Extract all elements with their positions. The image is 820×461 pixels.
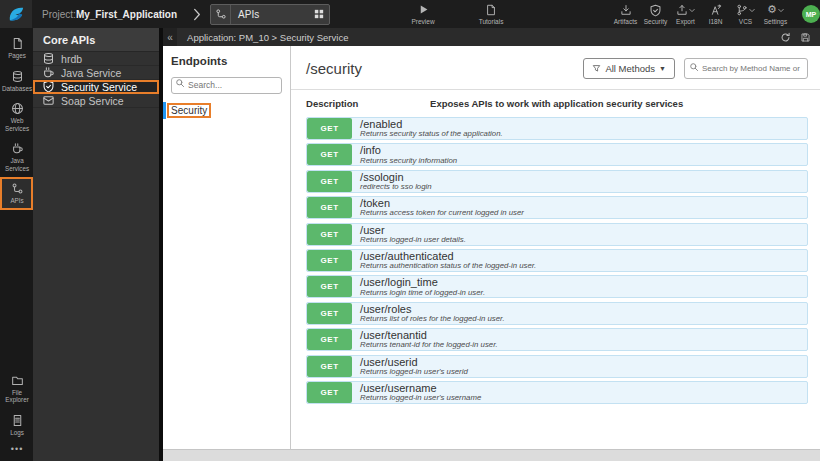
description-label: Description xyxy=(306,98,418,109)
breadcrumb-bar: « Application: PM_10 > Security Service xyxy=(163,28,820,46)
endpoint-row[interactable]: GET /ssologin redirects to sso login xyxy=(306,170,808,193)
endpoint-description: redirects to sso login xyxy=(360,183,432,192)
sidebar-item-pages[interactable]: Pages xyxy=(0,32,33,65)
caret-down-icon: ▼ xyxy=(659,65,666,72)
methods-filter-dropdown[interactable]: All Methods ▼ xyxy=(583,58,675,79)
topbar-action-label: VCS xyxy=(739,18,752,25)
endpoint-row[interactable]: GET /info Returns security information xyxy=(306,143,808,166)
api-detail-header: /security All Methods ▼ xyxy=(291,46,820,90)
core-api-item-label: Java Service xyxy=(61,67,121,79)
method-badge: GET xyxy=(307,171,352,192)
caret-down-icon xyxy=(689,8,695,13)
core-api-item-label: Soap Service xyxy=(61,95,123,107)
collapse-panel-button[interactable]: « xyxy=(163,28,177,46)
database-icon xyxy=(42,52,55,65)
topbar-action-label: Tutorials xyxy=(479,18,504,25)
sidebar-item-apis[interactable]: APIs xyxy=(0,177,33,210)
endpoint-nav-item-security[interactable]: Security xyxy=(163,103,290,118)
chevron-right-icon xyxy=(193,8,201,21)
topbar-action-tutorials[interactable]: Tutorials xyxy=(474,4,508,25)
method-search xyxy=(684,57,808,79)
endpoint-description: Returns list of roles for the logged-in … xyxy=(360,315,504,324)
sidebar-item-label: Java Services xyxy=(2,157,32,172)
topbar-action-security[interactable]: Security xyxy=(641,4,670,25)
topbar-action-preview[interactable]: Preview xyxy=(406,4,440,25)
project-name: My_First_Application xyxy=(76,9,177,20)
save-icon[interactable] xyxy=(800,32,811,43)
sidebar-item-label: Pages xyxy=(8,52,26,60)
api-icon xyxy=(11,182,24,195)
topbar-center-actions: Preview Tutorials xyxy=(406,4,508,25)
method-badge: GET xyxy=(307,276,352,297)
page-icon xyxy=(11,37,24,50)
grid-icon[interactable] xyxy=(314,9,324,19)
endpoint-row[interactable]: GET /token Returns access token for curr… xyxy=(306,196,808,219)
endpoint-row[interactable]: GET /user/username Returns logged-in use… xyxy=(306,381,808,404)
endpoint-nav-item-label: Security xyxy=(169,105,209,116)
core-api-item-java-service[interactable]: Java Service xyxy=(33,66,159,80)
sidebar-item-label: File Explorer xyxy=(2,389,32,404)
sidebar-item-databases[interactable]: Databases xyxy=(0,65,33,98)
core-api-item-hrdb[interactable]: hrdb xyxy=(33,52,159,66)
endpoint-row[interactable]: GET /enabled Returns security status of … xyxy=(306,117,808,140)
endpoint-description: Returns security status of the applicati… xyxy=(360,130,503,139)
sidebar-item-label: Databases xyxy=(2,85,32,93)
tab-apis[interactable]: APIs xyxy=(210,4,330,25)
sidebar-item-web-services[interactable]: Web Services xyxy=(0,97,33,137)
endpoint-path: /user/userid xyxy=(360,356,468,368)
user-avatar[interactable]: MP xyxy=(802,5,820,23)
core-apis-panel: Core APIs hrdb Java Service S xyxy=(33,28,163,461)
service-path-title: /security xyxy=(306,60,583,77)
topbar-action-label: Preview xyxy=(411,18,434,25)
folder-icon xyxy=(11,374,24,387)
project-label: Project: xyxy=(42,9,76,20)
body: Pages Databases Web Services Jav xyxy=(0,28,820,461)
gear-icon: ⚙ xyxy=(767,4,777,15)
sidebar-item-java-services[interactable]: Java Services xyxy=(0,137,33,177)
top-bar: Project:My_First_Application APIs Previe… xyxy=(0,0,820,28)
endpoint-description: Returns security information xyxy=(360,157,457,166)
i18n-icon xyxy=(710,4,722,16)
project-title: Project:My_First_Application xyxy=(42,9,177,20)
left-icon-sidebar: Pages Databases Web Services Jav xyxy=(0,28,33,461)
caret-down-icon xyxy=(778,8,784,13)
topbar-action-settings[interactable]: ⚙ Settings xyxy=(761,4,790,25)
topbar-action-export[interactable]: Export xyxy=(671,4,700,25)
topbar-action-vcs[interactable]: VCS xyxy=(731,4,760,25)
sidebar-item-file-explorer[interactable]: File Explorer xyxy=(0,369,33,409)
wavemaker-logo[interactable] xyxy=(0,0,32,28)
endpoint-description: Returns login time of logged-in user. xyxy=(360,289,485,298)
endpoint-path: /user xyxy=(360,224,466,236)
endpoint-row[interactable]: GET /user/tenantid Returns tenant-id for… xyxy=(306,328,808,351)
caret-down-icon xyxy=(749,8,755,13)
endpoints-title: Endpoints xyxy=(163,46,290,74)
refresh-icon[interactable] xyxy=(780,32,791,43)
endpoint-row[interactable]: GET /user/authenticated Returns authenti… xyxy=(306,249,808,272)
endpoint-row[interactable]: GET /user/roles Returns list of roles fo… xyxy=(306,302,808,325)
endpoint-row[interactable]: GET /user/login_time Returns login time … xyxy=(306,275,808,298)
core-api-item-soap-service[interactable]: Soap Service xyxy=(33,94,159,108)
method-badge: GET xyxy=(307,224,352,245)
vcs-icon xyxy=(736,4,748,16)
endpoints-search-input[interactable] xyxy=(171,77,282,94)
endpoint-row[interactable]: GET /user Returns logged-in user details… xyxy=(306,223,808,246)
topbar-action-label: I18N xyxy=(709,18,723,25)
soap-icon xyxy=(42,94,55,107)
topbar-action-artifacts[interactable]: Artifacts xyxy=(611,4,640,25)
sidebar-item-more[interactable]: ••• xyxy=(0,441,33,461)
panels-area: Endpoints Security xyxy=(163,46,820,461)
endpoint-description: Returns authentication status of the log… xyxy=(360,262,536,271)
sidebar-item-label: APIs xyxy=(10,197,23,205)
method-search-input[interactable] xyxy=(684,58,808,79)
upload-icon xyxy=(676,4,688,16)
topbar-action-i18n[interactable]: I18N xyxy=(701,4,730,25)
sidebar-item-logs[interactable]: Logs xyxy=(0,409,33,442)
core-api-item-security-service[interactable]: Security Service xyxy=(33,80,159,94)
database-icon xyxy=(11,70,24,83)
app-window: Project:My_First_Application APIs Previe… xyxy=(0,0,820,461)
method-badge: GET xyxy=(307,118,352,139)
download-icon xyxy=(620,4,632,16)
endpoints-panel: Endpoints Security xyxy=(163,46,291,450)
method-badge: GET xyxy=(307,197,352,218)
endpoint-row[interactable]: GET /user/userid Returns logged-in user'… xyxy=(306,355,808,378)
